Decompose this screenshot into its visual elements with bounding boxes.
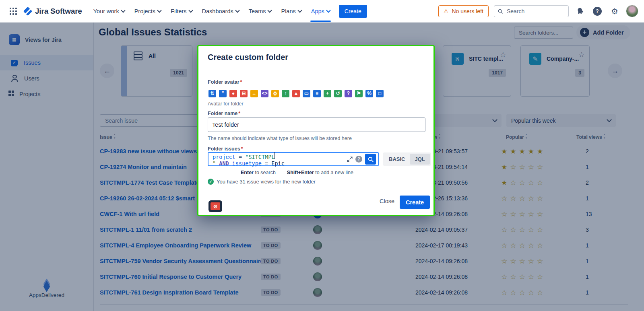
nav-item-projects[interactable]: Projects — [130, 0, 166, 23]
toggle-jql[interactable]: JQL — [410, 154, 429, 165]
settings-gear-icon[interactable] — [609, 5, 621, 17]
expand-icon[interactable] — [347, 157, 353, 162]
notifications-bell-icon[interactable] — [574, 5, 586, 17]
folder-name-label: Folder name* — [208, 111, 240, 116]
toggle-basic[interactable]: BASIC — [384, 154, 410, 165]
search-input[interactable] — [506, 8, 565, 15]
commit-icon[interactable]: ɸ — [271, 90, 279, 97]
top-navbar: Jira Software Your workProjectsFiltersDa… — [0, 0, 644, 23]
nav-item-dashboards[interactable]: Dashboards — [197, 0, 244, 23]
topbar-right: ⚠ No users left — [438, 5, 638, 17]
required-asterisk: * — [240, 79, 242, 85]
nav-item-plans[interactable]: Plans — [276, 0, 306, 23]
modal-title: Create custom folder — [208, 53, 288, 62]
improvement-icon[interactable]: ↑ — [282, 90, 289, 97]
search-icon — [368, 157, 374, 162]
create-button[interactable]: Create — [339, 5, 367, 18]
subtask-icon[interactable]: ⇅ — [208, 90, 216, 97]
create-custom-folder-modal: Create custom folder Folder avatar* ⇅”●⊟… — [197, 45, 435, 216]
chevron-down-icon — [188, 8, 193, 12]
required-asterisk: * — [238, 111, 240, 116]
new-feature-icon[interactable]: + — [324, 90, 331, 97]
task-box-icon[interactable]: ▭ — [303, 90, 310, 97]
chevron-down-icon — [268, 8, 272, 12]
nav-items: Your workProjectsFiltersDashboardsTeamsP… — [89, 0, 335, 23]
create-folder-button[interactable]: Create — [400, 196, 430, 209]
jql-hints: Enter to search Shift+Enter to add a new… — [241, 170, 353, 175]
no-users-left-button[interactable]: ⚠ No users left — [438, 5, 489, 17]
horizontal-arrows-icon[interactable]: ↔ — [250, 90, 258, 97]
nav-item-filters[interactable]: Filters — [166, 0, 197, 23]
chevron-down-icon — [235, 8, 239, 12]
refresh-icon[interactable]: ↺ — [334, 90, 342, 97]
square-icon[interactable]: □ — [376, 90, 384, 97]
chevron-down-icon — [326, 8, 330, 12]
jira-logo[interactable]: Jira Software — [23, 7, 82, 16]
query-mode-toggle: BASIC JQL — [383, 152, 431, 166]
warning-label: No users left — [452, 8, 483, 14]
list-icon[interactable]: ≡ — [313, 90, 321, 97]
jql-search-button[interactable] — [365, 154, 376, 165]
percent-icon[interactable]: % — [365, 90, 373, 97]
validation-message: You have 31 issue views for the new fold… — [208, 179, 316, 185]
chevron-down-icon — [297, 8, 302, 12]
calendar-icon[interactable]: ⊟ — [240, 90, 248, 97]
jql-tokens: project = "SITCTMPL" AND issuetype = Epi… — [213, 152, 347, 167]
help-icon[interactable] — [591, 5, 603, 17]
search-icon — [498, 8, 503, 14]
user-avatar[interactable] — [626, 5, 638, 17]
warning-icon: ⚠ — [444, 8, 449, 14]
bug-icon[interactable]: ● — [229, 90, 237, 97]
app-window: Jira Software Your workProjectsFiltersDa… — [0, 0, 644, 311]
question-icon[interactable]: ? — [345, 90, 352, 97]
blocked-icon[interactable]: ⊘ — [211, 202, 220, 210]
bookmark-icon[interactable]: ⚑ — [355, 90, 363, 97]
jql-help-icon[interactable] — [355, 156, 362, 163]
avatar-helper-text: Avatar for folder — [208, 101, 244, 107]
brand-name: Jira Software — [35, 7, 82, 16]
nav-item-your-work[interactable]: Your work — [89, 0, 130, 23]
jql-query-input[interactable]: project = "SITCTMPL" AND issuetype = Epi… — [208, 152, 379, 166]
folder-avatar-label: Folder avatar* — [208, 79, 242, 85]
story-quotes-icon[interactable]: ” — [219, 90, 227, 97]
folder-name-helper-text: The name should indicate what type of is… — [208, 136, 352, 141]
folder-issues-label: Folder issues* — [208, 146, 243, 152]
nav-item-apps[interactable]: Apps — [306, 0, 335, 23]
jira-logo-icon — [23, 7, 32, 16]
required-asterisk: * — [241, 146, 243, 152]
folder-avatar-picker: ⇅”●⊟↔<>ɸ↑▲▭≡+⊘↺?⚑%□ — [208, 88, 384, 99]
folder-name-field[interactable] — [208, 117, 425, 132]
global-search — [494, 5, 569, 17]
close-button[interactable]: Close — [377, 198, 397, 205]
check-circle-icon — [208, 179, 214, 185]
chevron-down-icon — [121, 8, 125, 12]
app-switcher-icon[interactable] — [8, 6, 19, 16]
nav-item-teams[interactable]: Teams — [244, 0, 277, 23]
incident-icon[interactable]: ▲ — [292, 90, 300, 97]
code-icon[interactable]: <> — [261, 90, 268, 97]
chevron-down-icon — [157, 8, 161, 12]
